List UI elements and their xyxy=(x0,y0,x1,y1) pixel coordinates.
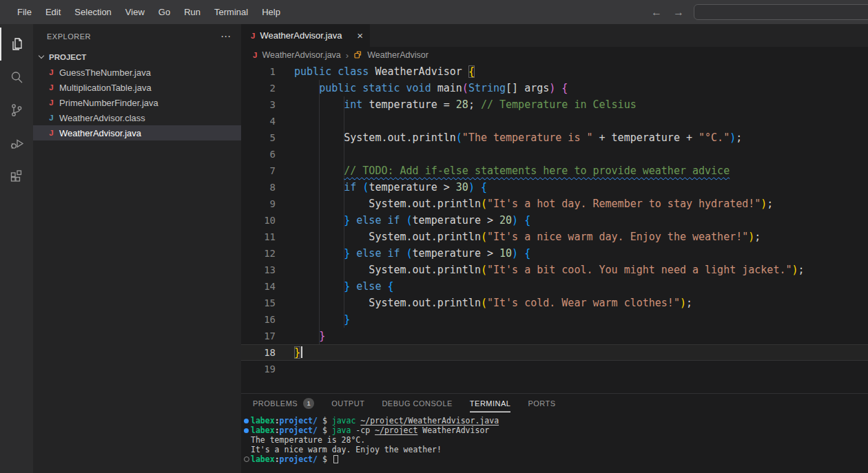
code-token: ( xyxy=(481,231,487,243)
source-control-icon[interactable] xyxy=(0,94,33,127)
file-item-weatheradvisor-class[interactable]: JWeatherAdvisor.class xyxy=(33,110,241,125)
terminal-view[interactable]: labex:project/ $ javac ~/project/Weather… xyxy=(241,412,868,473)
code-token: ( xyxy=(481,297,487,309)
panel-tab-problems[interactable]: PROBLEMS1 xyxy=(253,394,314,412)
explorer-icon[interactable] xyxy=(0,28,33,61)
code-token: // TODO: Add if-else statements here to … xyxy=(344,165,730,177)
search-icon[interactable] xyxy=(0,61,33,94)
code-line-content[interactable]: } else if (temperature > 10) { xyxy=(276,245,530,262)
code-token: { xyxy=(387,280,393,293)
code-line-content[interactable] xyxy=(276,361,294,377)
back-arrow-icon[interactable]: ← xyxy=(651,6,662,19)
line-number: 14 xyxy=(241,278,276,295)
forward-arrow-icon[interactable]: → xyxy=(673,6,684,19)
code-token: ; xyxy=(798,264,805,276)
line-number: 6 xyxy=(241,146,276,162)
code-line-content[interactable]: System.out.println("It's cold. Wear warm… xyxy=(276,295,692,311)
menu-item-run[interactable]: Run xyxy=(177,7,207,17)
code-line-content[interactable]: System.out.println("The temperature is "… xyxy=(276,129,742,146)
code-line-content[interactable]: public class WeatherAdvisor { xyxy=(276,63,475,80)
code-token: else xyxy=(356,280,387,293)
breadcrumb-file[interactable]: WeatherAdvisor.java xyxy=(262,50,340,60)
panel-tab-debug-console[interactable]: DEBUG CONSOLE xyxy=(382,394,452,412)
editor-tab-bar: J WeatherAdvisor.java × xyxy=(241,24,868,47)
terminal-text: labex xyxy=(251,425,275,435)
editor-cursor xyxy=(301,346,302,358)
code-token: "It's cold. Wear warm clothes!" xyxy=(487,297,680,309)
code-line-content[interactable]: int temperature = 28; // Temperature in … xyxy=(276,96,637,113)
panel-tab-ports[interactable]: PORTS xyxy=(528,394,555,412)
code-token: temperature > xyxy=(369,181,455,193)
file-name: WeatherAdvisor.java xyxy=(59,128,141,138)
file-item-guessthenumber-java[interactable]: JGuessTheNumber.java xyxy=(33,65,241,80)
views-and-more-actions-icon[interactable]: ⋯ xyxy=(220,30,231,43)
code-line-content[interactable]: } else if (temperature > 20) { xyxy=(276,212,530,229)
code-line-5: 5 System.out.println("The temperature is… xyxy=(241,129,868,146)
menu-item-edit[interactable]: Edit xyxy=(39,7,68,17)
file-name: WeatherAdvisor.class xyxy=(59,113,145,123)
code-token xyxy=(518,247,524,260)
terminal-text: The temperature is 28°C. xyxy=(251,435,365,445)
code-token: temperature = xyxy=(369,98,455,111)
file-item-weatheradvisor-java[interactable]: JWeatherAdvisor.java xyxy=(33,125,241,140)
code-token: 20 xyxy=(499,214,512,227)
code-line-content[interactable]: } xyxy=(276,328,325,344)
code-token: ; xyxy=(686,297,692,309)
code-token: String xyxy=(468,82,506,94)
code-line-content[interactable]: public static void main(String[] args) { xyxy=(276,80,568,96)
code-line-content[interactable]: if (temperature > 30) { xyxy=(276,179,487,196)
code-line-2: 2 public static void main(String[] args)… xyxy=(241,80,868,96)
code-line-4: 4 xyxy=(241,113,868,129)
terminal-text: : xyxy=(275,454,280,464)
tab-weatheradvisor-java[interactable]: J WeatherAdvisor.java × xyxy=(241,24,370,47)
code-token: System.out.println xyxy=(294,231,481,243)
run-and-debug-icon[interactable] xyxy=(0,127,33,160)
breadcrumb-symbol[interactable]: WeatherAdvisor xyxy=(367,50,428,60)
code-line-content[interactable]: } else { xyxy=(276,278,394,295)
code-editor[interactable]: 1public class WeatherAdvisor {2 public s… xyxy=(241,63,868,393)
menu-item-go[interactable]: Go xyxy=(152,7,177,17)
project-section-header[interactable]: PROJECT xyxy=(33,49,241,65)
menu-item-terminal[interactable]: Terminal xyxy=(207,7,255,17)
code-line-content[interactable] xyxy=(276,113,294,129)
code-token: } xyxy=(344,214,356,227)
code-token: temperature > xyxy=(413,247,499,260)
file-item-multiplicationtable-java[interactable]: JMultiplicationTable.java xyxy=(33,80,241,95)
code-token: ; xyxy=(767,198,773,210)
command-center-search[interactable] xyxy=(694,4,868,20)
code-line-content[interactable]: } xyxy=(276,311,350,328)
menu-bar: FileEditSelectionViewGoRunTerminalHelp xyxy=(10,7,287,17)
code-line-16: 16 } xyxy=(241,311,868,328)
menu-item-view[interactable]: View xyxy=(118,7,152,17)
panel-tab-bar: PROBLEMS1OUTPUTDEBUG CONSOLETERMINALPORT… xyxy=(241,394,868,412)
menu-item-selection[interactable]: Selection xyxy=(68,7,118,17)
terminal-text: project/ xyxy=(280,416,318,425)
code-token xyxy=(294,280,344,293)
menu-item-file[interactable]: File xyxy=(10,7,39,17)
code-token: } xyxy=(344,247,356,260)
code-token: + temperature + xyxy=(593,132,699,144)
breadcrumb: J WeatherAdvisor.java › WeatherAdvisor xyxy=(241,47,868,63)
panel-tab-output[interactable]: OUTPUT xyxy=(331,394,364,412)
file-type-java-icon: J xyxy=(48,83,54,92)
file-item-primenumberfinder-java[interactable]: JPrimeNumberFinder.java xyxy=(33,95,241,110)
code-line-content[interactable]: } xyxy=(276,344,302,361)
code-line-content[interactable] xyxy=(276,146,294,162)
terminal-text: : xyxy=(275,425,280,435)
code-token: ( xyxy=(462,82,468,94)
terminal-text: $ xyxy=(318,425,332,435)
panel-tab-terminal[interactable]: TERMINAL xyxy=(470,394,511,412)
extensions-icon[interactable] xyxy=(0,160,33,193)
close-tab-icon[interactable]: × xyxy=(357,30,363,41)
terminal-link[interactable]: ~/project xyxy=(375,425,417,435)
terminal-text: WeatherAdvisor xyxy=(417,425,489,435)
code-line-content[interactable]: // TODO: Add if-else statements here to … xyxy=(276,162,730,179)
code-line-content[interactable]: System.out.println("It's a bit cool. You… xyxy=(276,262,805,278)
code-token xyxy=(518,214,524,227)
menu-item-help[interactable]: Help xyxy=(255,7,287,17)
terminal-link[interactable]: ~/project/WeatherAdvisor.java xyxy=(360,416,499,425)
code-line-content[interactable]: System.out.println("It's a hot day. Reme… xyxy=(276,196,773,212)
file-type-java-icon: J xyxy=(48,98,54,107)
line-number: 16 xyxy=(241,311,276,328)
code-line-content[interactable]: System.out.println("It's a nice warm day… xyxy=(276,229,761,245)
